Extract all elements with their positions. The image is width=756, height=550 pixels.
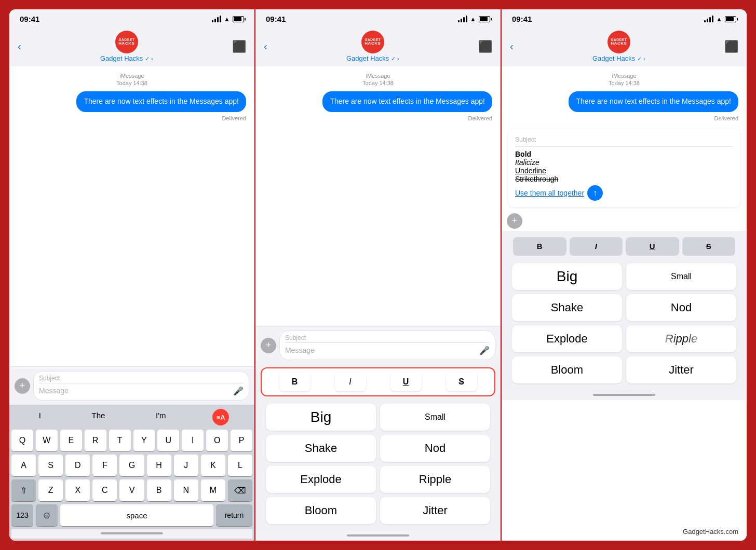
wifi-icon-3: ▲ [716, 16, 722, 23]
effect-bloom-3[interactable]: Bloom [512, 356, 622, 383]
key-h[interactable]: H [147, 455, 171, 476]
suggestion-the[interactable]: The [88, 409, 110, 425]
key-o[interactable]: O [206, 430, 228, 451]
italic-button-3[interactable]: I [570, 237, 623, 256]
format-badge[interactable]: ≡A [212, 409, 229, 425]
strikethrough-text-display: Strikethrough [515, 175, 733, 183]
effect-explode-2[interactable]: Explode [266, 466, 376, 493]
key-space[interactable]: space [60, 504, 213, 526]
key-n[interactable]: N [174, 479, 198, 501]
plus-button-1[interactable]: + [15, 378, 30, 394]
effect-big-2[interactable]: Big [266, 404, 376, 431]
effect-ripple-3[interactable]: Ripple [626, 325, 736, 352]
key-q[interactable]: Q [11, 430, 33, 451]
bold-button-3[interactable]: B [513, 237, 566, 256]
key-l[interactable]: L [228, 455, 252, 476]
key-a[interactable]: A [11, 455, 36, 476]
key-delete[interactable]: ⌫ [228, 479, 252, 501]
key-k[interactable]: K [201, 455, 225, 476]
key-v[interactable]: V [119, 479, 144, 501]
keyboard-suggestions-1: I The I'm ≡A [11, 409, 252, 425]
suggestion-i[interactable]: I [35, 409, 45, 425]
signal-bar [712, 16, 713, 22]
key-p[interactable]: P [231, 430, 252, 451]
underline-button-2[interactable]: U [390, 373, 422, 391]
message-bubble-3: There are now text effects in the Messag… [569, 91, 738, 112]
key-shift[interactable]: ⇧ [11, 479, 36, 501]
contact-name-2: Gadget Hacks ✓ › [346, 54, 399, 62]
back-button-3[interactable]: ‹ [510, 40, 514, 52]
key-e[interactable]: E [60, 430, 82, 451]
signal-bar [220, 16, 221, 22]
video-call-button-1[interactable]: ⬛ [232, 40, 246, 53]
key-j[interactable]: J [174, 455, 198, 476]
input-box-1[interactable]: Subject Message 🎤 [33, 371, 249, 401]
status-time-1: 09:41 [20, 15, 39, 23]
subject-field-2[interactable]: Subject [285, 333, 490, 343]
effect-bloom-2[interactable]: Bloom [266, 497, 376, 524]
send-button-3[interactable]: ↑ [587, 185, 603, 201]
battery-icon-1 [233, 16, 244, 22]
key-s[interactable]: S [38, 455, 63, 476]
key-r[interactable]: R [85, 430, 106, 451]
messages-area-1: iMessage Today 14:38 There are now text … [9, 66, 254, 366]
key-z[interactable]: Z [38, 479, 63, 501]
input-box-2[interactable]: Subject Message 🎤 [279, 331, 495, 360]
effect-small-3[interactable]: Small [626, 263, 736, 290]
underline-button-3[interactable]: U [626, 237, 679, 256]
effect-nod-3[interactable]: Nod [626, 294, 736, 321]
key-g[interactable]: G [119, 455, 144, 476]
subject-field-1[interactable]: Subject [39, 374, 244, 383]
key-u[interactable]: U [157, 430, 179, 451]
key-d[interactable]: D [65, 455, 90, 476]
back-button-2[interactable]: ‹ [264, 40, 267, 52]
signal-bars-1 [212, 16, 221, 22]
message-field-2[interactable]: Message [285, 346, 315, 354]
back-button-1[interactable]: ‹ [18, 40, 21, 52]
bubble-row-3: There are now text effects in the Messag… [510, 91, 738, 112]
effect-small-2[interactable]: Small [380, 404, 490, 431]
effect-nod-2[interactable]: Nod [380, 435, 490, 462]
video-call-button-3[interactable]: ⬛ [724, 40, 738, 53]
effect-big-3[interactable]: Big [512, 263, 622, 290]
bold-button-2[interactable]: B [279, 373, 310, 391]
key-m[interactable]: M [201, 479, 225, 501]
effect-jitter-2[interactable]: Jitter [380, 497, 490, 524]
imessage-label-1: iMessage [18, 73, 246, 79]
key-return[interactable]: return [216, 504, 252, 526]
battery-fill-3 [726, 17, 734, 21]
delivered-label-2: Delivered [264, 115, 492, 121]
effect-shake-3[interactable]: Shake [512, 294, 622, 321]
key-123[interactable]: 123 [11, 504, 33, 526]
key-b[interactable]: B [147, 479, 171, 501]
wifi-icon-2: ▲ [470, 16, 476, 23]
strikethrough-button-3[interactable]: S [682, 237, 736, 256]
effect-explode-3[interactable]: Explode [512, 325, 622, 352]
strikethrough-button-2[interactable]: S [446, 373, 477, 391]
key-x[interactable]: X [65, 479, 90, 501]
signal-bar [709, 17, 711, 22]
key-t[interactable]: T [109, 430, 131, 451]
effect-ripple-2[interactable]: Ripple [380, 466, 490, 493]
phone-2: 09:41 ▲ ‹ [255, 9, 502, 541]
effect-jitter-3[interactable]: Jitter [626, 356, 736, 383]
effect-shake-2[interactable]: Shake [266, 435, 376, 462]
combined-text-display: Use them all together [515, 189, 584, 197]
plus-button-2[interactable]: + [261, 338, 276, 353]
key-f[interactable]: F [92, 455, 117, 476]
nav-center-3: GADGET HACKS Gadget Hacks ✓ › [592, 31, 645, 62]
delivered-label-3: Delivered [510, 115, 738, 121]
key-y[interactable]: Y [133, 430, 155, 451]
key-emoji[interactable]: ☺ [36, 504, 58, 526]
verified-icon-2: ✓ › [391, 56, 399, 62]
signal-bar [214, 19, 216, 22]
key-c[interactable]: C [92, 479, 117, 501]
watermark: GadgetHacks.com [683, 528, 738, 535]
suggestion-im[interactable]: I'm [152, 409, 170, 425]
key-i[interactable]: I [182, 430, 204, 451]
key-w[interactable]: W [36, 430, 58, 451]
plus-button-3[interactable]: + [507, 213, 522, 229]
italic-button-2[interactable]: I [335, 373, 366, 391]
video-call-button-2[interactable]: ⬛ [478, 40, 492, 53]
message-field-1[interactable]: Message [39, 387, 69, 395]
